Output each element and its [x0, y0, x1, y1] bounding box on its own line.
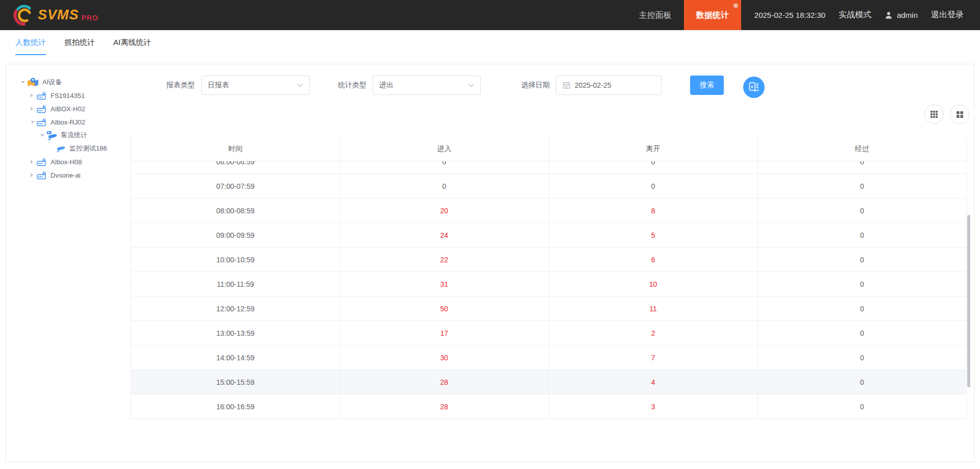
table-row: 10:00-10:592260	[131, 248, 966, 272]
report-type-filter: 报表类型 日报表	[166, 76, 310, 95]
ai-box-icon: AI	[37, 158, 47, 166]
tree-caret-icon[interactable]	[31, 121, 37, 124]
date-filter: 选择日期 2025-02-25	[521, 76, 662, 95]
close-badge-icon[interactable]: ⊗	[733, 2, 739, 9]
tree-node-AIbox-RJ02[interactable]: AIAIbox-RJ02	[16, 115, 133, 129]
cell-pass: 0	[758, 174, 966, 198]
ai-camera-icon: AI	[46, 131, 57, 140]
stat-type-value: 进出	[379, 81, 468, 90]
cell-out: 10	[549, 272, 758, 296]
cell-time: 15:00-15:59	[131, 370, 340, 394]
topbar-right: 2025-02-25 18:32:30 实战模式 admin 退出登录	[741, 10, 980, 20]
table-row: 14:00-14:593070	[131, 345, 966, 370]
cell-in: 17	[340, 321, 549, 345]
table-row: 16:00-16:592830	[131, 394, 966, 419]
tab-bar: 人数统计抓拍统计AI离线统计	[0, 30, 980, 55]
tree-node-label: 监控测试186	[69, 144, 107, 153]
cell-time: 08:00-08:59	[131, 199, 340, 223]
cell-in: 22	[340, 248, 549, 271]
cell-in: 20	[340, 199, 549, 223]
tree-node-label: AI设备	[42, 78, 62, 87]
cell-out: 0	[549, 174, 758, 198]
date-label: 选择日期	[521, 81, 550, 90]
report-type-value: 日报表	[208, 81, 297, 90]
tab-抓拍统计[interactable]: 抓拍统计	[64, 30, 95, 55]
cell-in: 0	[340, 161, 549, 174]
cell-time: 14:00-14:59	[131, 345, 340, 369]
username: admin	[897, 11, 918, 19]
tree-node-客流统计[interactable]: AI客流统计	[16, 129, 133, 142]
cell-out: 3	[549, 394, 758, 418]
cell-in: 30	[340, 345, 549, 369]
logo-swirl-icon	[13, 5, 35, 26]
cell-out: 0	[549, 161, 758, 174]
table-view-button[interactable]	[924, 105, 944, 124]
table-row: 09:00-09:592450	[131, 223, 966, 248]
card-view-button[interactable]	[950, 105, 969, 124]
table-scrollbar-thumb[interactable]	[967, 215, 970, 387]
user-menu[interactable]: admin	[885, 11, 918, 19]
topbar: SVMS PRO 主控面板数据统计⊗ 2025-02-25 18:32:30 实…	[0, 0, 980, 30]
tree-node-Dvsone-ai[interactable]: AIDvsone-ai	[16, 168, 133, 182]
cell-time: 06:00-06:59	[131, 161, 340, 174]
cell-in: 28	[340, 370, 549, 394]
svg-text:AI: AI	[42, 158, 46, 161]
table-header: 时间进入离开经过	[131, 137, 966, 161]
cell-out: 5	[549, 223, 758, 247]
tree-caret-icon[interactable]	[40, 134, 46, 137]
column-header: 经过	[758, 137, 966, 161]
table-row: 11:00-11:5931100	[131, 272, 966, 297]
user-icon	[885, 11, 893, 19]
cell-pass: 0	[758, 297, 966, 320]
table-view-icon	[930, 110, 938, 118]
report-type-select[interactable]: 日报表	[201, 76, 310, 95]
tree-node-监控测试186[interactable]: 监控测试186	[16, 142, 133, 155]
stat-type-select[interactable]: 进出	[373, 76, 481, 95]
tree-node-FS1914351[interactable]: AIFS1914351	[16, 89, 133, 102]
top-navigation: 主控面板数据统计⊗	[627, 0, 741, 30]
cell-time: 12:00-12:59	[131, 297, 340, 320]
nav-item[interactable]: 数据统计⊗	[684, 0, 741, 30]
cell-out: 6	[549, 248, 758, 271]
table-row: 13:00-13:591720	[131, 321, 966, 345]
column-header: 进入	[340, 137, 549, 161]
tree-node-AIBOX-H02[interactable]: AIAIBOX-H02	[16, 102, 133, 115]
tree-node-AIbox-H08[interactable]: AIAIbox-H08	[16, 155, 133, 168]
tree-caret-icon[interactable]	[31, 107, 37, 111]
excel-export-icon: X	[748, 81, 760, 93]
date-value: 2025-02-25	[575, 81, 611, 89]
calendar-icon	[562, 81, 571, 89]
cell-in: 50	[340, 297, 549, 320]
tab-人数统计[interactable]: 人数统计	[15, 30, 46, 55]
tree-node-label: AIbox-RJ02	[51, 118, 85, 126]
search-button[interactable]: 搜索	[690, 76, 724, 95]
svg-text:AI: AI	[42, 118, 46, 121]
tree-caret-icon[interactable]	[21, 81, 27, 84]
tree-caret-icon[interactable]	[31, 160, 37, 164]
column-header: 时间	[131, 137, 340, 161]
nav-item[interactable]: 主控面板	[627, 0, 684, 30]
tree-caret-icon[interactable]	[31, 93, 37, 97]
app-root: SVMS PRO 主控面板数据统计⊗ 2025-02-25 18:32:30 实…	[0, 0, 980, 469]
card-view-icon	[956, 111, 964, 118]
stats-table: 时间进入离开经过 06:00-06:5900007:00-07:5900008:…	[131, 137, 967, 419]
table-row: 15:00-15:592840	[131, 370, 966, 394]
mode-switch[interactable]: 实战模式	[839, 10, 871, 20]
cell-pass: 0	[758, 223, 966, 247]
stat-type-label: 统计类型	[338, 81, 366, 90]
table-body-scroll-content: 06:00-06:5900007:00-07:5900008:00-08:592…	[131, 161, 966, 419]
date-input[interactable]: 2025-02-25	[556, 76, 662, 95]
tab-AI离线统计[interactable]: AI离线统计	[113, 30, 151, 55]
tree-node-label: AIBOX-H02	[51, 105, 85, 113]
tree-caret-icon[interactable]	[31, 173, 37, 177]
chevron-down-icon	[468, 83, 474, 87]
ai-box-icon: AI	[37, 171, 47, 180]
cell-time: 16:00-16:59	[131, 394, 340, 418]
cell-time: 09:00-09:59	[131, 223, 340, 247]
tree-node-label: AIbox-H08	[51, 158, 82, 166]
logout-button[interactable]: 退出登录	[931, 10, 964, 20]
cell-in: 0	[340, 174, 549, 198]
excel-export-button[interactable]: X	[743, 77, 765, 98]
tree-node-AI设备[interactable]: AI设备	[16, 76, 133, 89]
table-row: 06:00-06:59000	[131, 161, 966, 174]
